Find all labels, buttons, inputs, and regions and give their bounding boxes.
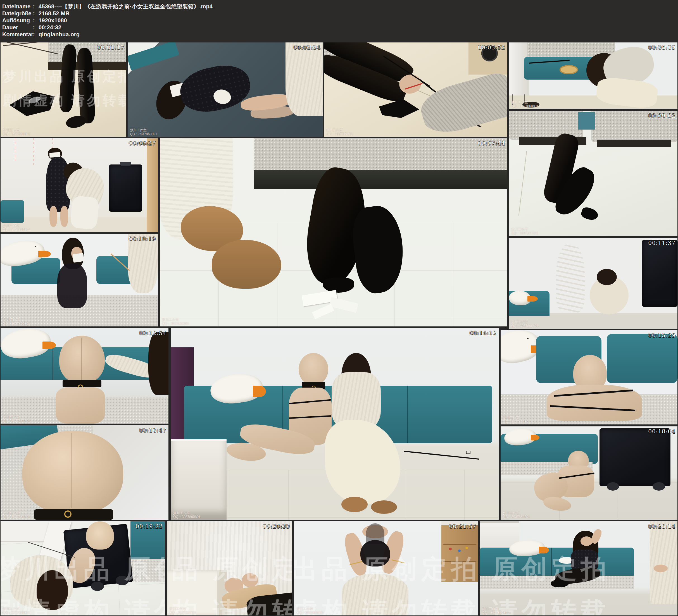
studio-watermark: 梦川工作室QQ：3937860801 <box>169 607 196 615</box>
duration-row: Dauer:00:24:32 <box>0 24 678 31</box>
leg <box>49 206 57 227</box>
tape-gag <box>72 253 84 263</box>
thumbnail-frame-7: 00:09:02 梦川工作室QQ：3937860801 <box>509 111 677 236</box>
red-tassel <box>34 138 34 166</box>
comment-value: qinglanhua.org <box>39 31 80 37</box>
timestamp-badge: 00:18:04 <box>648 428 676 435</box>
pointed-toes <box>580 206 600 222</box>
goose-beak <box>38 251 51 257</box>
studio-watermark: 梦川工作室QQ：3937860801 <box>511 320 538 328</box>
timestamp-badge: 00:21:57 <box>449 523 476 530</box>
belt-buckle <box>466 451 470 454</box>
standing-helper <box>650 521 677 604</box>
overlay-watermark: 梦川出品 原创定拍剧情虚构 请勿转载 <box>167 544 292 615</box>
resolution-value: 1920x1080 <box>39 17 67 24</box>
thumbnail-frame-16: 梦川出品 原创定拍剧情虚构 请勿转载 00:20:39 梦川工作室QQ：3937… <box>167 521 292 615</box>
studio-watermark: 梦川工作室QQ：3937860801 <box>3 511 30 519</box>
timestamp-badge: 00:20:39 <box>263 523 290 530</box>
timestamp-badge: 00:05:09 <box>648 44 676 51</box>
white-chest <box>171 439 227 519</box>
goose-eye <box>35 246 36 247</box>
teal-gap <box>578 112 595 129</box>
thumbnail-frame-6: 00:07:44 梦川工作室QQ：3937860801 <box>160 138 507 326</box>
studio-watermark: 梦川工作室QQ：3937860801 <box>3 318 30 325</box>
suitcase-handle <box>120 162 131 165</box>
overlay-watermark: 梦川出品 原创定拍剧情虚构 请勿转载 <box>294 544 478 615</box>
contact-sheet: Dateiname:45368----【梦川】《在游戏开始之前·小女王双丝全包绝… <box>0 0 678 616</box>
cushion-gap <box>52 347 53 380</box>
red-tassel <box>15 138 15 163</box>
timestamp-badge: 00:15:29 <box>648 332 676 339</box>
hood-seam <box>71 433 72 508</box>
thumbnail-frame-14: 00:18:04 梦川工作室QQ：3937860801 <box>501 426 677 519</box>
file-size-value: 2168.52 MB <box>39 10 70 16</box>
studio-watermark: 梦川工作室QQ：3937860801 <box>511 100 538 108</box>
thumbnail-frame-17: 梦川出品 原创定拍剧情虚构 请勿转载 00:21:57 梦川工作室QQ：3937… <box>294 521 478 615</box>
suitcase-wheel <box>652 482 665 491</box>
overlay-watermark: 梦川出品 原创定拍剧情虚构 请勿转载 <box>3 62 126 110</box>
studio-watermark: 梦川工作室QQ：3937860801 <box>3 607 30 615</box>
thumbnail-frame-2: 00:02:34 梦川工作室QQ：3937860801 <box>128 42 323 137</box>
thumbnail-frame-8: 00:10:19 梦川工作室QQ：3937860801 <box>1 234 158 326</box>
white-pants <box>70 195 100 230</box>
thin-cable <box>519 151 527 216</box>
file-name-row: Dateiname:45368----【梦川】《在游戏开始之前·小女王双丝全包绝… <box>0 3 678 10</box>
studio-watermark: 梦川工作室QQ：3937860801 <box>173 511 200 519</box>
timestamp-badge: 00:19:22 <box>136 523 163 530</box>
file-name-value: 45368----【梦川】《在游戏开始之前·小女王双丝全包绝望装箱》.mp4 <box>39 3 213 9</box>
helper-hair <box>597 269 617 285</box>
timestamp-badge: 00:02:34 <box>293 44 321 51</box>
duration-value: 00:24:32 <box>39 24 62 31</box>
timestamp-badge: 00:23:14 <box>648 523 676 530</box>
thumbnail-frame-3: 00:03:52 梦川工作室QQ：3937860801 <box>324 42 507 137</box>
sofa-base <box>254 170 507 189</box>
wood-panel <box>147 138 158 232</box>
timestamp-badge: 00:11:37 <box>648 240 676 246</box>
black-collar <box>34 509 113 519</box>
overlay-watermark: 梦川出品 原创定拍剧情虚构 请勿转载 <box>1 544 165 615</box>
thumbnail-frame-1: 梦川出品 原创定拍剧情虚构 请勿转载 00:01:17 梦川工作室QQ：3937… <box>1 42 126 137</box>
timestamp-badge: 00:16:47 <box>139 427 166 434</box>
blindfold <box>49 152 61 157</box>
studio-watermark: 梦川工作室QQ：3937860801 <box>3 128 30 136</box>
timestamp-badge: 00:01:17 <box>97 44 124 51</box>
goose-beak <box>253 386 266 397</box>
timestamp-badge: 00:09:02 <box>648 113 676 119</box>
sheer-excess <box>366 523 384 544</box>
studio-watermark: 梦川工作室QQ：3937860801 <box>511 227 538 235</box>
brown-shoe <box>341 497 368 512</box>
timestamp-badge: 00:07:44 <box>478 140 505 147</box>
studio-watermark: 梦川工作室QQ：3937860801 <box>130 128 157 136</box>
encased-head-large <box>22 431 123 514</box>
thumbnail-frame-13: 00:16:47 梦川工作室QQ：3937860801 <box>1 425 168 519</box>
studio-watermark: 梦川工作室QQ：3937860801 <box>296 607 324 615</box>
timestamp-badge: 00:03:52 <box>478 44 505 51</box>
thumbnail-frame-12: 00:15:29 梦川工作室QQ：3937860801 <box>501 330 677 424</box>
sofa-base <box>597 140 671 147</box>
encased-shoulders <box>56 387 105 424</box>
comment-row: Kommentar:qinglanhua.org <box>0 31 678 38</box>
file-info-header: Dateiname:45368----【梦川】《在游戏开始之前·小女王双丝全包绝… <box>0 0 678 42</box>
studio-watermark: 梦川工作室QQ：3937860801 <box>482 607 509 615</box>
teal-cushion <box>607 334 677 383</box>
sofa-fabric <box>254 138 507 174</box>
file-size-row: Dateigröße:2168.52 MB <box>0 10 678 17</box>
suitcase <box>642 240 677 307</box>
helper-sweater <box>128 234 158 293</box>
sweater-sleeve <box>417 70 507 137</box>
encased-head <box>299 353 328 386</box>
thumbnail-frame-15: 梦川出品 原创定拍剧情虚构 请勿转载 00:19:22 梦川工作室QQ：3937… <box>1 521 165 615</box>
cushion-gap <box>407 386 408 443</box>
leg <box>60 206 68 227</box>
high-heel <box>379 99 419 118</box>
encased-torso <box>57 264 87 308</box>
timestamp-badge: 00:12:54 <box>139 330 166 337</box>
studio-watermark: 梦川工作室QQ：3937860801 <box>326 128 353 136</box>
thumbnail-frame-11: 00:14:12 梦川工作室QQ：3937860801 <box>171 328 499 519</box>
thumbnail-frame-4: 00:05:09 梦川工作室QQ：3937860801 <box>509 42 677 109</box>
timestamp-badge: 00:10:19 <box>128 236 156 242</box>
studio-watermark: 梦川工作室QQ：3937860801 <box>503 511 530 519</box>
hands-at-waist <box>654 565 668 572</box>
rope-coil <box>560 65 578 74</box>
hood-seam <box>81 338 82 380</box>
